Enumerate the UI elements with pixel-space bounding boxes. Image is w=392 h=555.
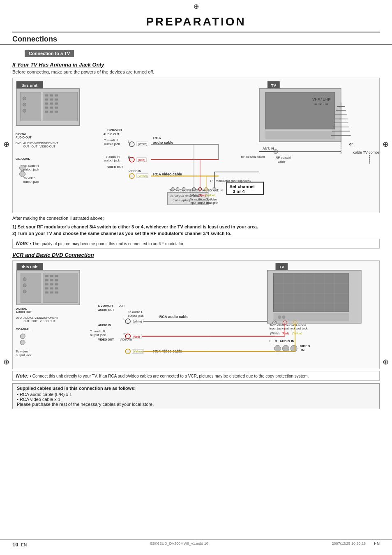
svg-text:RCA audio cable: RCA audio cable: [159, 314, 189, 318]
svg-text:VIDEO OUT: VIDEO OUT: [39, 145, 55, 148]
antenna-diagram-svg: this unit DIGITAL: [13, 78, 379, 213]
svg-text:To audio R: To audio R: [104, 155, 120, 159]
svg-text:RCA video cable: RCA video cable: [153, 172, 182, 176]
svg-text:(White): (White): [133, 320, 142, 323]
svg-rect-12: [50, 99, 53, 101]
svg-point-134: [23, 277, 26, 281]
page-title-section: PREPARATION: [12, 11, 380, 32]
svg-text:DIGITAL: DIGITAL: [16, 133, 27, 136]
svg-rect-19: [55, 107, 58, 109]
svg-rect-18: [50, 107, 53, 109]
svg-rect-142: [55, 279, 58, 281]
svg-point-52: [129, 157, 134, 162]
vcr-diagram-svg: this unit DIGITAL AUDIO O: [13, 261, 379, 369]
svg-rect-104: [265, 131, 335, 139]
svg-text:VIDEO IN: VIDEO IN: [120, 338, 132, 341]
svg-rect-13: [55, 99, 58, 101]
svg-text:VIDEO OUT: VIDEO OUT: [107, 166, 123, 168]
svg-rect-139: [55, 275, 58, 277]
svg-rect-4: [43, 92, 77, 121]
svg-text:AUDIO IN: AUDIO IN: [279, 339, 294, 343]
svg-text:AUDIO OUT: AUDIO OUT: [98, 309, 115, 311]
svg-rect-141: [50, 279, 53, 281]
svg-text:AUDIO OUT: AUDIO OUT: [103, 133, 120, 136]
subtitle-text: Before connecting, make sure the powers …: [0, 69, 392, 76]
svg-text:output jack: output jack: [128, 313, 143, 317]
svg-text:OUT: OUT: [23, 319, 30, 322]
svg-rect-137: [45, 275, 48, 277]
svg-text:VCR: VCR: [118, 304, 125, 307]
vcr-section-heading: VCR and Basic DVD Connection: [0, 250, 392, 259]
svg-text:AUDIO IN: AUDIO IN: [98, 323, 111, 326]
svg-text:R: R: [128, 156, 130, 159]
svg-point-182: [125, 334, 130, 339]
note2-text: • Connect this unit directly to your TV.…: [30, 374, 309, 378]
svg-rect-9: [50, 94, 53, 97]
svg-text:TV: TV: [279, 264, 284, 269]
after-connection-text: After making the connection illustrated …: [12, 215, 380, 237]
svg-point-7: [23, 109, 26, 113]
page: ⊕ ⊕ ⊕ ⊕ ⊕ PREPARATION Connections Connec…: [0, 0, 392, 555]
svg-text:DIGITAL: DIGITAL: [16, 307, 27, 310]
svg-text:(Red): (Red): [138, 159, 145, 162]
svg-point-174: [125, 318, 130, 323]
svg-rect-151: [55, 291, 58, 293]
reg-mark-left2: ⊕: [3, 357, 9, 366]
svg-text:VHF / UHF: VHF / UHF: [312, 97, 330, 101]
svg-rect-14: [45, 103, 48, 105]
svg-rect-146: [45, 287, 48, 289]
svg-point-226: [274, 345, 281, 352]
supplied-title: Supplied cables used in this connection …: [17, 386, 375, 391]
svg-text:COMPONENT: COMPONENT: [39, 142, 58, 145]
svg-rect-15: [50, 103, 53, 105]
svg-rect-3: [21, 92, 41, 121]
svg-text:input jack: input jack: [206, 201, 219, 205]
svg-text:output jack: output jack: [90, 333, 106, 336]
svg-rect-20: [45, 111, 48, 113]
svg-text:To audio L: To audio L: [128, 310, 143, 314]
svg-text:IN: IN: [301, 348, 304, 352]
svg-point-209: [278, 315, 281, 318]
svg-point-75: [192, 187, 196, 191]
svg-rect-11: [45, 99, 48, 101]
svg-point-163: [20, 340, 25, 345]
svg-text:(Red): (Red): [133, 335, 140, 338]
supplied-item-1: • RCA audio cable (L/R) x 1: [17, 392, 375, 397]
svg-text:COAXIAL: COAXIAL: [16, 157, 30, 161]
note1-text: • The quality of picture may become poor…: [30, 242, 184, 246]
svg-text:input jack: input jack: [270, 326, 284, 330]
svg-text:VIDEO IN: VIDEO IN: [129, 170, 141, 173]
svg-rect-149: [45, 291, 48, 293]
svg-point-135: [23, 283, 26, 287]
svg-text:To audio L: To audio L: [104, 138, 119, 142]
svg-rect-17: [45, 107, 48, 109]
reg-mark-top: ⊕: [0, 0, 392, 11]
svg-point-59: [129, 174, 134, 179]
svg-rect-138: [50, 275, 53, 277]
svg-text:TV: TV: [271, 83, 277, 88]
svg-text:(White): (White): [270, 332, 279, 335]
svg-text:output jack: output jack: [16, 353, 31, 357]
svg-text:Set channel: Set channel: [230, 184, 255, 189]
svg-text:COMPONENT: COMPONENT: [40, 316, 59, 319]
svg-text:output jack: output jack: [104, 142, 120, 146]
svg-point-72: [171, 187, 174, 191]
svg-text:R: R: [275, 339, 277, 343]
svg-point-227: [282, 345, 289, 352]
svg-text:VIDEO OUT: VIDEO OUT: [98, 338, 114, 341]
svg-text:VIDEO: VIDEO: [300, 344, 310, 348]
svg-text:COAXIAL: COAXIAL: [16, 327, 30, 331]
svg-text:RF modulator (not supplied): RF modulator (not supplied): [210, 179, 251, 183]
section-bar: Connection to a TV: [25, 50, 74, 57]
note2-box: Note: • Connect this unit directly to yo…: [12, 371, 380, 381]
supplied-item-2: • RCA video cable x 1: [17, 397, 375, 402]
svg-point-162: [20, 334, 25, 339]
note1-label: Note:: [16, 241, 29, 246]
step1-text: 1) Set your RF modulator's channel 3/4 s…: [12, 223, 380, 230]
svg-text:To video: To video: [16, 350, 28, 353]
svg-text:DVD/VCR: DVD/VCR: [98, 304, 113, 308]
svg-text:OUT: OUT: [32, 319, 38, 322]
note2-label: Note:: [16, 373, 29, 379]
svg-text:OUT: OUT: [23, 145, 30, 148]
reg-mark-right: ⊕: [383, 140, 389, 149]
